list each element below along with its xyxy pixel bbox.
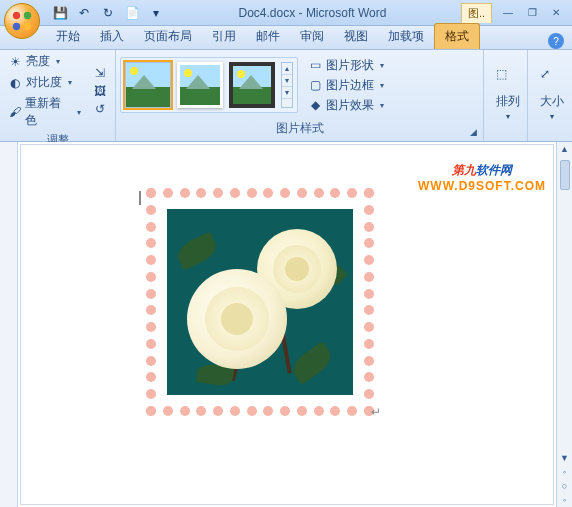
svg-point-1 bbox=[24, 11, 31, 18]
quick-access-toolbar: 💾 ↶ ↻ 📄 ▾ bbox=[52, 5, 164, 21]
watermark-red: 第九 bbox=[452, 163, 476, 177]
gallery-up-icon[interactable]: ▴ bbox=[282, 63, 292, 75]
browse-object-icon[interactable]: ○ bbox=[557, 479, 572, 493]
document-canvas[interactable]: ↵ bbox=[20, 144, 554, 505]
picture-styles-gallery[interactable]: ▴▾▾ bbox=[120, 57, 298, 113]
picture-effects-button[interactable]: ◆图片效果 bbox=[304, 96, 388, 115]
scroll-thumb[interactable] bbox=[560, 160, 570, 190]
brightness-icon: ☀ bbox=[8, 55, 22, 69]
scroll-up-icon[interactable]: ▲ bbox=[557, 142, 572, 156]
styles-dialog-launcher[interactable]: ◢ bbox=[470, 127, 477, 137]
arrange-label: 排列 bbox=[496, 93, 520, 110]
tab-references[interactable]: 引用 bbox=[202, 24, 246, 49]
prev-page-icon[interactable]: ◦ bbox=[557, 465, 572, 479]
vertical-scrollbar[interactable]: ▲ ▼ ◦ ○ ◦ bbox=[556, 142, 572, 507]
anchor-icon: ↵ bbox=[371, 405, 381, 419]
undo-icon[interactable]: ↶ bbox=[76, 5, 92, 21]
compress-icon: ⇲ bbox=[93, 66, 107, 80]
group-picture-styles: ▴▾▾ ▭图片形状 ▢图片边框 ◆图片效果 图片样式◢ bbox=[116, 50, 484, 141]
tab-addins[interactable]: 加载项 bbox=[378, 24, 434, 49]
size-icon: ⤢ bbox=[540, 67, 564, 91]
ribbon-tabs: 开始 插入 页面布局 引用 邮件 审阅 视图 加载项 格式 ? bbox=[0, 26, 572, 50]
tab-page-layout[interactable]: 页面布局 bbox=[134, 24, 202, 49]
recolor-label: 重新着色 bbox=[25, 95, 71, 129]
style-thumb-2[interactable] bbox=[177, 62, 223, 108]
title-bar: 💾 ↶ ↻ 📄 ▾ Doc4.docx - Microsoft Word 图..… bbox=[0, 0, 572, 26]
reset-icon: ↺ bbox=[93, 102, 107, 116]
gallery-scroll[interactable]: ▴▾▾ bbox=[281, 62, 293, 108]
style-thumb-1[interactable] bbox=[125, 62, 171, 108]
window-controls: — ❐ ✕ bbox=[498, 6, 566, 20]
office-button[interactable] bbox=[4, 3, 40, 39]
vertical-ruler[interactable] bbox=[0, 142, 18, 507]
svg-point-3 bbox=[24, 22, 31, 29]
picture-shape-button[interactable]: ▭图片形状 bbox=[304, 56, 388, 75]
change-picture-icon: 🖼 bbox=[93, 84, 107, 98]
watermark-blue: 软件网 bbox=[476, 163, 512, 177]
picture-shape-icon: ▭ bbox=[308, 58, 322, 72]
picture-effects-icon: ◆ bbox=[308, 98, 322, 112]
brightness-label: 亮度 bbox=[26, 53, 50, 70]
arrange-icon: ⬚ bbox=[496, 67, 520, 91]
redo-icon[interactable]: ↻ bbox=[100, 5, 116, 21]
style-thumb-3[interactable] bbox=[229, 62, 275, 108]
gallery-down-icon[interactable]: ▾ bbox=[282, 75, 292, 87]
watermark-url: WWW.D9SOFT.COM bbox=[418, 179, 546, 193]
window-title: Doc4.docx - Microsoft Word bbox=[164, 6, 461, 20]
picture-border-label: 图片边框 bbox=[326, 77, 374, 94]
recolor-icon: 🖌 bbox=[8, 105, 21, 119]
picture-border-button[interactable]: ▢图片边框 bbox=[304, 76, 388, 95]
contextual-tab-label: 图.. bbox=[461, 3, 492, 23]
scroll-down-icon[interactable]: ▼ bbox=[557, 451, 572, 465]
tab-view[interactable]: 视图 bbox=[334, 24, 378, 49]
new-doc-icon[interactable]: 📄 bbox=[124, 5, 140, 21]
change-picture-button[interactable]: 🖼 bbox=[89, 83, 111, 99]
next-page-icon[interactable]: ◦ bbox=[557, 493, 572, 507]
picture-border-icon: ▢ bbox=[308, 78, 322, 92]
group-styles-label: 图片样式◢ bbox=[120, 118, 479, 139]
tab-format[interactable]: 格式 bbox=[434, 23, 480, 49]
tab-insert[interactable]: 插入 bbox=[90, 24, 134, 49]
text-cursor bbox=[139, 191, 145, 205]
watermark: 第九软件网 WWW.D9SOFT.COM bbox=[418, 156, 546, 193]
help-button[interactable]: ? bbox=[548, 33, 564, 49]
brightness-button[interactable]: ☀亮度 bbox=[4, 52, 85, 71]
compress-pictures-button[interactable]: ⇲ bbox=[89, 65, 111, 81]
save-icon[interactable]: 💾 bbox=[52, 5, 68, 21]
contrast-label: 对比度 bbox=[26, 74, 62, 91]
close-button[interactable]: ✕ bbox=[546, 6, 566, 20]
svg-point-2 bbox=[13, 22, 20, 29]
tab-mailings[interactable]: 邮件 bbox=[246, 24, 290, 49]
size-button[interactable]: ⤢大小▾ bbox=[532, 63, 572, 125]
group-size: ⤢大小▾ bbox=[528, 50, 572, 141]
minimize-button[interactable]: — bbox=[498, 6, 518, 20]
recolor-button[interactable]: 🖌重新着色 bbox=[4, 94, 85, 130]
group-size-label bbox=[532, 135, 568, 139]
size-label: 大小 bbox=[540, 93, 564, 110]
maximize-button[interactable]: ❐ bbox=[522, 6, 542, 20]
arrange-button[interactable]: ⬚排列▾ bbox=[488, 63, 528, 125]
picture-content bbox=[167, 209, 353, 395]
inserted-picture[interactable]: ↵ bbox=[151, 193, 369, 411]
ribbon: ☀亮度 ◐对比度 🖌重新着色 ⇲ 🖼 ↺ 调整 ▴▾▾ ▭图片形状 ▢图片边框 bbox=[0, 50, 572, 142]
picture-shape-label: 图片形状 bbox=[326, 57, 374, 74]
document-area: ↵ ▲ ▼ ◦ ○ ◦ bbox=[0, 142, 572, 507]
contrast-button[interactable]: ◐对比度 bbox=[4, 73, 85, 92]
contrast-icon: ◐ bbox=[8, 76, 22, 90]
reset-picture-button[interactable]: ↺ bbox=[89, 101, 111, 117]
svg-point-0 bbox=[13, 11, 20, 18]
tab-review[interactable]: 审阅 bbox=[290, 24, 334, 49]
gallery-more-icon[interactable]: ▾ bbox=[282, 87, 292, 99]
qat-customize-icon[interactable]: ▾ bbox=[148, 5, 164, 21]
group-arrange: ⬚排列▾ bbox=[484, 50, 528, 141]
tab-home[interactable]: 开始 bbox=[46, 24, 90, 49]
picture-effects-label: 图片效果 bbox=[326, 97, 374, 114]
group-arrange-label bbox=[488, 135, 523, 139]
group-adjust: ☀亮度 ◐对比度 🖌重新着色 ⇲ 🖼 ↺ 调整 bbox=[0, 50, 116, 141]
